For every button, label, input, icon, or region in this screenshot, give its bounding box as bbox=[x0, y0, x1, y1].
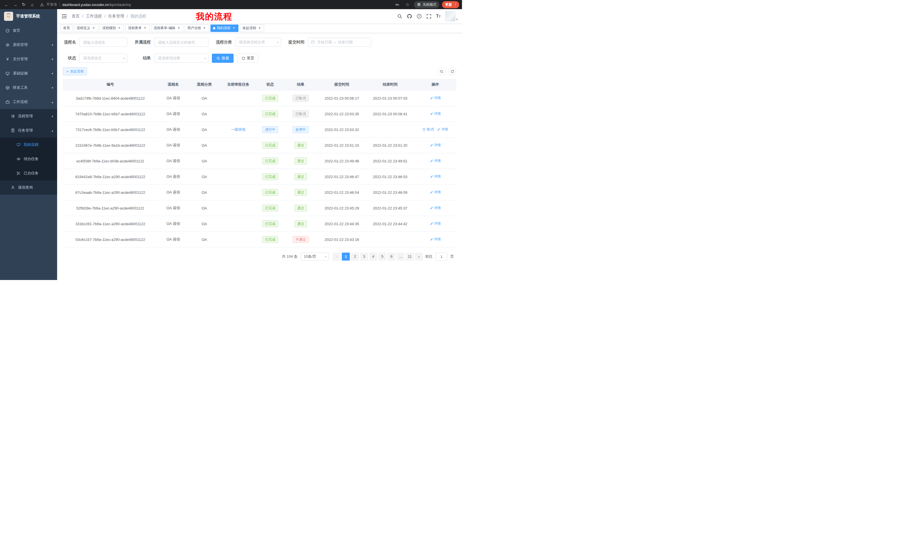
close-icon[interactable]: × bbox=[177, 26, 181, 30]
page-button[interactable]: 1 bbox=[342, 253, 350, 261]
sidebar-item-system[interactable]: 系统管理 ▾ bbox=[0, 38, 57, 52]
page-button[interactable]: 2 bbox=[351, 253, 359, 261]
detail-action-link[interactable]: 详情 bbox=[430, 221, 441, 226]
user-menu[interactable]: ▾ bbox=[445, 11, 458, 21]
reload-icon[interactable]: ↻ bbox=[20, 1, 27, 8]
close-icon[interactable]: × bbox=[117, 26, 122, 30]
avatar[interactable] bbox=[445, 11, 455, 21]
menu-kebab-icon[interactable]: ⋮ bbox=[453, 3, 457, 7]
status-select[interactable]: 请选择状态 ▾ bbox=[80, 54, 128, 63]
detail-action-link[interactable]: 详情 bbox=[430, 237, 441, 242]
github-icon[interactable] bbox=[407, 14, 412, 19]
cell-process-name: OA 请假 bbox=[158, 232, 189, 247]
sidebar-item-payment[interactable]: ¥ 支付管理 ▾ bbox=[0, 52, 57, 66]
detail-action-link[interactable]: 详情 bbox=[430, 143, 441, 148]
detail-action-link[interactable]: 详情 bbox=[430, 96, 441, 100]
browser-chrome: ← → ↻ ⌂ 不安全 dashboard.yudao.iocoder.cn/b… bbox=[0, 0, 462, 9]
column-header: 状态 bbox=[257, 79, 284, 90]
cell-result: 通过 bbox=[284, 169, 318, 185]
page-button[interactable]: 5 bbox=[378, 253, 386, 261]
cell-process-name: OA 请假 bbox=[158, 122, 189, 138]
cell-end-time: 2022-01-22 23:45:37 bbox=[366, 201, 414, 216]
detail-action-link[interactable]: 详情 bbox=[430, 111, 441, 116]
forward-icon[interactable]: → bbox=[11, 1, 19, 8]
detail-action-link[interactable]: 详情 bbox=[430, 174, 441, 179]
tag-item[interactable]: 我的流程× bbox=[210, 24, 238, 32]
tag-item[interactable]: 流程表单-编辑× bbox=[151, 24, 183, 32]
result-select[interactable]: 请选择流结果 ▾ bbox=[154, 54, 208, 63]
sidebar-item-task-mgmt[interactable]: 任务管理 ▴ bbox=[0, 123, 57, 138]
breadcrumb-item[interactable]: 任务管理 bbox=[108, 14, 124, 19]
process-def-input[interactable] bbox=[154, 38, 208, 47]
sidebar-item-leave-query[interactable]: 请假查询 bbox=[0, 180, 57, 195]
tag-item[interactable]: 用户分组× bbox=[185, 24, 209, 32]
app-logo[interactable]: 芋道管理系统 bbox=[0, 9, 57, 23]
cell-process-name: OA 请假 bbox=[158, 169, 189, 185]
reset-button[interactable]: 重置 bbox=[237, 54, 259, 63]
back-icon[interactable]: ← bbox=[3, 1, 10, 8]
sidebar-item-devtools[interactable]: 研发工具 ▾ bbox=[0, 81, 57, 95]
tag-label: 流程定义 bbox=[76, 26, 90, 30]
sidebar-item-process-mgmt[interactable]: 流程管理 ▾ bbox=[0, 109, 57, 123]
search-icon[interactable] bbox=[397, 14, 402, 19]
close-icon[interactable]: × bbox=[92, 26, 96, 30]
category-select[interactable]: 请选择流程分类 ▾ bbox=[235, 38, 281, 47]
submit-time-range[interactable]: 开始日期 - 结束日期 bbox=[308, 38, 371, 47]
close-icon[interactable]: × bbox=[232, 26, 236, 30]
create-process-button[interactable]: + 发起流程 bbox=[63, 67, 87, 75]
bookmark-star-icon[interactable]: ☆ bbox=[404, 1, 411, 8]
cell-category: OA bbox=[189, 169, 220, 185]
current-task-link[interactable]: 一级审批 bbox=[231, 127, 246, 132]
help-icon[interactable]: ? bbox=[417, 14, 422, 19]
detail-action-link[interactable]: 详情 bbox=[430, 205, 441, 210]
tag-item[interactable]: 流程表单× bbox=[125, 24, 150, 32]
tag-item[interactable]: 流程定义× bbox=[74, 24, 98, 32]
sidebar-item-my-process[interactable]: 我的流程 bbox=[0, 138, 57, 152]
toggle-search-button[interactable] bbox=[438, 67, 446, 75]
cell-category: OA bbox=[189, 90, 220, 106]
cell-id: 7317cec6-7b9b-11ec-b5b7-acde48001122 bbox=[63, 122, 158, 138]
pager-more-icon[interactable]: … bbox=[397, 253, 405, 261]
page-button[interactable]: 3 bbox=[360, 253, 368, 261]
process-name-input[interactable] bbox=[80, 38, 128, 47]
detail-action-link[interactable]: 详情 bbox=[430, 159, 441, 163]
url-text[interactable]: dashboard.yudao.iocoder.cn/bpm/task/my bbox=[62, 3, 131, 7]
close-icon[interactable]: × bbox=[258, 26, 261, 30]
close-icon[interactable]: × bbox=[143, 26, 147, 30]
sidebar-item-done-tasks[interactable]: 已办任务 bbox=[0, 166, 57, 180]
fullscreen-icon[interactable] bbox=[426, 14, 432, 19]
page-size-select[interactable]: 10条/页 ▾ bbox=[301, 253, 328, 261]
update-button[interactable]: 更新 ⋮ bbox=[442, 1, 459, 8]
date-end-placeholder: 结束日期 bbox=[338, 40, 352, 45]
menu-fold-icon[interactable] bbox=[62, 13, 67, 19]
breadcrumb-item[interactable]: 首页 bbox=[72, 14, 80, 19]
sidebar-item-workflow[interactable]: 工作流程 ▴ bbox=[0, 95, 57, 109]
prev-page-button[interactable]: ‹ bbox=[333, 253, 340, 261]
sidebar-item-todo-tasks[interactable]: 待办任务 bbox=[0, 152, 57, 166]
page-button[interactable]: 6 bbox=[387, 253, 396, 261]
page-button[interactable]: 11 bbox=[406, 253, 414, 261]
page-button[interactable]: 4 bbox=[369, 253, 377, 261]
detail-action-link[interactable]: 详情 bbox=[430, 190, 441, 195]
detail-action-link[interactable]: 详情 bbox=[437, 127, 448, 132]
tag-item[interactable]: 首页 bbox=[60, 24, 72, 32]
pagination: 共 104 条 10条/页 ▾ ‹ 123456…11 › 前往 页 bbox=[63, 253, 456, 261]
home-icon[interactable]: ⌂ bbox=[28, 1, 36, 8]
search-button[interactable]: 搜索 bbox=[212, 54, 234, 63]
tag-item[interactable]: 发起流程× bbox=[240, 24, 264, 32]
key-icon[interactable] bbox=[393, 1, 401, 8]
refresh-button[interactable] bbox=[448, 67, 456, 75]
tag-item[interactable]: 流程模型× bbox=[100, 24, 124, 32]
security-label[interactable]: 不安全 bbox=[46, 2, 57, 7]
font-size-icon[interactable]: TT bbox=[436, 14, 441, 18]
next-page-button[interactable]: › bbox=[415, 253, 423, 261]
cancel-action-link[interactable]: 取消 bbox=[422, 127, 434, 132]
sidebar-item-infra[interactable]: 基础设施 ▾ bbox=[0, 66, 57, 81]
filter-row-2: 状态 请选择状态 ▾ 结果 请选择流结果 ▾ 搜索 重置 bbox=[63, 54, 456, 63]
close-icon[interactable]: × bbox=[202, 26, 207, 30]
goto-page-input[interactable] bbox=[435, 253, 447, 261]
address-bar[interactable]: 不安全 dashboard.yudao.iocoder.cn/bpm/task/… bbox=[40, 2, 392, 7]
table-row: 52ffd28e-7b9a-11ec-a290-acde48001122OA 请… bbox=[63, 201, 456, 216]
breadcrumb-item[interactable]: 工作流程 bbox=[86, 14, 102, 19]
sidebar-item-home[interactable]: 首页 bbox=[0, 23, 57, 38]
